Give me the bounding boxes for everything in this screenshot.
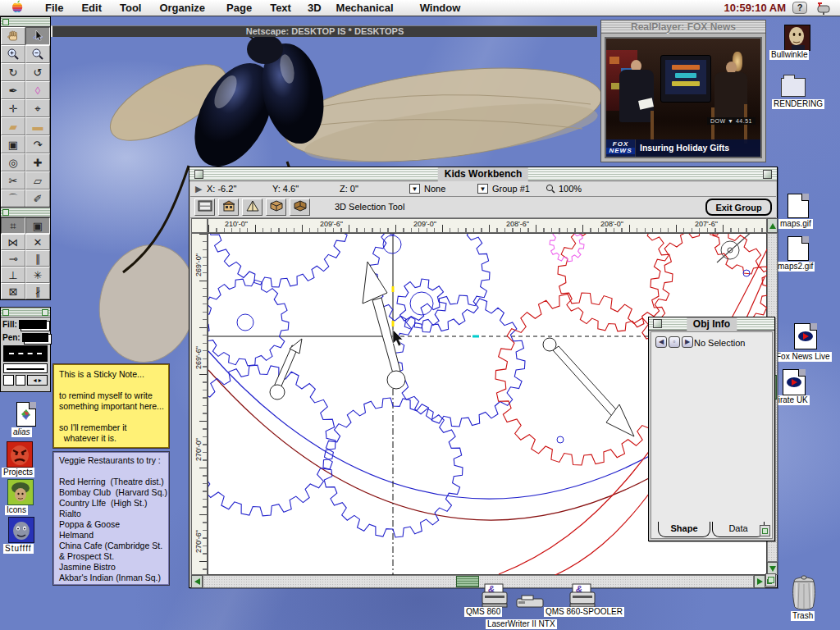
qms860-spooler-label[interactable]: QMS 860-SPOOLER: [544, 607, 624, 617]
menu-tool[interactable]: Tool: [118, 2, 143, 14]
extrude-tool[interactable]: ▣: [1, 135, 25, 153]
snap-grid-tool[interactable]: ⌗: [1, 217, 25, 234]
tab-data[interactable]: Data: [712, 522, 765, 537]
fillet-tool[interactable]: ⌒: [1, 189, 25, 208]
desktop-icon-alias[interactable]: [16, 402, 36, 427]
fox-news-live-label[interactable]: Fox News Live: [774, 352, 832, 362]
box-select-tool[interactable]: ⊠: [1, 283, 25, 299]
stuffff-label[interactable]: Stuffff: [3, 544, 34, 554]
perpendicular-tool[interactable]: ⊥: [1, 267, 25, 283]
desktop-icon-bullwinkle[interactable]: [784, 25, 810, 51]
layer-value[interactable]: None: [424, 184, 445, 194]
snap-plane-tool[interactable]: ⋈: [1, 234, 25, 250]
workbench-titlebar[interactable]: Kids Workbench: [189, 167, 777, 181]
weight-stepper[interactable]: ◂ ▸: [27, 375, 48, 386]
current-object-button[interactable]: ▫: [669, 336, 680, 348]
sticky-note-yellow[interactable]: This is a Sticky Note... to remind mysel…: [53, 364, 169, 448]
menu-3d[interactable]: 3D: [306, 2, 323, 14]
maps-gif-label[interactable]: maps.gif: [778, 219, 813, 229]
tool-palette-titlebar[interactable]: [1, 17, 50, 27]
laserwriter-label[interactable]: LaserWriter II NTX: [486, 619, 557, 629]
prev-object-button[interactable]: ◀: [655, 336, 667, 348]
parallel-tool[interactable]: ∥: [25, 250, 50, 267]
sticky-note-veggie[interactable]: Veggie Restaurants to try : Red Herring …: [53, 452, 169, 585]
skew-tool[interactable]: ∦: [25, 283, 50, 299]
zoom-level-value[interactable]: 100%: [559, 184, 582, 194]
menu-clock[interactable]: 10:59:10 AM: [724, 2, 786, 14]
close-box-icon[interactable]: [194, 170, 203, 179]
fillpen-palette-titlebar[interactable]: [1, 308, 50, 317]
select-draw-tool[interactable]: ✒: [1, 81, 25, 99]
menu-page[interactable]: Page: [225, 2, 253, 14]
horizontal-scroll-thumb[interactable]: [456, 576, 479, 587]
icons-label[interactable]: Icons: [5, 505, 28, 515]
alias-label[interactable]: alias: [11, 427, 32, 437]
apple-menu[interactable]: [11, 0, 23, 16]
qms860-label[interactable]: QMS 860: [464, 607, 502, 617]
realplayer-video[interactable]: DOW ▼ 44.51 FOXNEWS Insuring Holiday Gif…: [605, 37, 762, 158]
palette-close-icon[interactable]: [2, 209, 9, 216]
desktop-icon-maps2-gif[interactable]: [788, 236, 809, 261]
desktop-icon-rendering-folder[interactable]: [781, 78, 806, 97]
desktop-icon-icons[interactable]: [7, 479, 34, 505]
slab-tool[interactable]: ▬: [25, 117, 50, 135]
close-box-icon[interactable]: [653, 319, 662, 328]
menu-text[interactable]: Text: [268, 2, 293, 14]
disclosure-icon[interactable]: ▶: [195, 184, 202, 194]
zoom-out-tool[interactable]: [25, 45, 50, 63]
netscape-window-titlebar[interactable]: Netscape: DESKTOP IS * DESKTOPS: [51, 25, 597, 37]
menu-mechanical[interactable]: Mechanical: [335, 2, 395, 14]
horizontal-scrollbar[interactable]: [203, 575, 754, 588]
rendering-label[interactable]: RENDERING: [772, 99, 824, 109]
zoom-level-icon[interactable]: [546, 184, 555, 194]
stepper-left-icon[interactable]: ◂: [33, 377, 36, 384]
pen-color-swatch[interactable]: [22, 333, 48, 342]
view-plan-button[interactable]: [194, 199, 215, 216]
desktop-icon-laserwriter[interactable]: [515, 594, 546, 614]
desktop-icon-stuffff[interactable]: [8, 517, 34, 543]
scroll-right-button[interactable]: [754, 575, 765, 588]
menu-edit[interactable]: Edit: [80, 2, 103, 14]
pan-tool[interactable]: [1, 27, 25, 45]
desktop-icon-projects[interactable]: [7, 441, 33, 468]
snap-angle-tool[interactable]: ✳: [25, 267, 50, 283]
desktop-icon-pirate-uk[interactable]: [783, 369, 806, 395]
realplayer-titlebar[interactable]: RealPlayer: FOX News: [601, 21, 765, 34]
pattern-cell-1[interactable]: [3, 375, 14, 386]
circle-tool[interactable]: ◎: [1, 153, 25, 171]
tab-shape[interactable]: Shape: [658, 522, 710, 537]
palette-zoom-icon[interactable]: [42, 309, 48, 316]
scroll-up-button[interactable]: [767, 218, 778, 233]
stepper-right-icon[interactable]: ▸: [39, 377, 42, 384]
zoom-in-tool[interactable]: [1, 45, 25, 63]
move-3d-tool[interactable]: ✛: [1, 99, 25, 117]
menu-organize[interactable]: Organize: [158, 2, 207, 14]
scroll-left-button[interactable]: [191, 575, 203, 588]
palette-resize-grip[interactable]: [760, 525, 770, 536]
desktop-icon-fox-news-live[interactable]: [794, 323, 817, 349]
line-pattern-preview[interactable]: [3, 345, 48, 362]
line-weight-preview[interactable]: [3, 363, 48, 373]
application-menu-icon[interactable]: [815, 2, 832, 18]
polygon-tool[interactable]: ▰: [1, 117, 25, 135]
pattern-cell-2[interactable]: [16, 375, 26, 386]
snap-palette-titlebar[interactable]: [1, 208, 50, 217]
palette-close-icon[interactable]: [2, 19, 9, 25]
window-resize-grip[interactable]: [765, 573, 776, 587]
snap-vertex-tool[interactable]: ▣: [25, 217, 50, 234]
snap-intersection-tool[interactable]: ✕: [25, 234, 50, 250]
view-elevation-button[interactable]: [242, 199, 262, 216]
work-plane-tool[interactable]: ◊: [25, 81, 50, 99]
exit-group-button[interactable]: Exit Group: [705, 199, 772, 216]
desktop-icon-maps-gif[interactable]: [788, 194, 809, 218]
projects-label[interactable]: Projects: [2, 468, 34, 477]
crosshair-tool[interactable]: ✚: [25, 153, 50, 171]
rotate-object-tool[interactable]: ↻: [1, 63, 25, 81]
menu-window[interactable]: Window: [418, 2, 463, 14]
group-dropdown-icon[interactable]: ▼: [477, 184, 488, 194]
eyedropper-tool[interactable]: ✐: [25, 189, 50, 208]
view-front-button[interactable]: [218, 199, 239, 216]
3d-selection-tool[interactable]: [25, 27, 50, 45]
eraser-tool[interactable]: ▱: [25, 171, 50, 189]
trash-label[interactable]: Trash: [791, 611, 815, 621]
